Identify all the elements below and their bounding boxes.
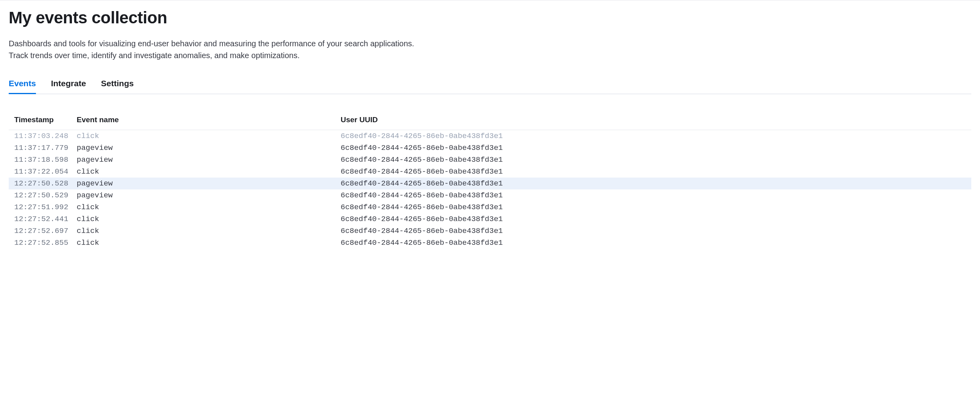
column-header-user-uuid[interactable]: User UUID [341, 115, 971, 124]
column-header-event-name[interactable]: Event name [77, 115, 341, 124]
cell-user-uuid: 6c8edf40-2844-4265-86eb-0abe438fd3e1 [341, 203, 971, 212]
table-row[interactable]: 11:37:17.779pageview6c8edf40-2844-4265-8… [9, 142, 971, 154]
cell-user-uuid: 6c8edf40-2844-4265-86eb-0abe438fd3e1 [341, 132, 971, 140]
cell-event-name: click [77, 215, 341, 223]
table-row[interactable]: 12:27:52.855click6c8edf40-2844-4265-86eb… [9, 237, 971, 249]
cell-user-uuid: 6c8edf40-2844-4265-86eb-0abe438fd3e1 [341, 227, 971, 235]
cell-timestamp: 12:27:52.697 [14, 227, 77, 235]
page-description-line2: Track trends over time, identify and inv… [9, 51, 300, 60]
cell-timestamp: 11:37:03.248 [14, 132, 77, 140]
column-header-timestamp[interactable]: Timestamp [14, 115, 77, 124]
cell-timestamp: 12:27:51.992 [14, 203, 77, 212]
cell-timestamp: 11:37:17.779 [14, 144, 77, 152]
cell-user-uuid: 6c8edf40-2844-4265-86eb-0abe438fd3e1 [341, 155, 971, 164]
cell-user-uuid: 6c8edf40-2844-4265-86eb-0abe438fd3e1 [341, 215, 971, 223]
page-title: My events collection [9, 8, 971, 27]
cell-timestamp: 12:27:52.441 [14, 215, 77, 223]
cell-user-uuid: 6c8edf40-2844-4265-86eb-0abe438fd3e1 [341, 144, 971, 152]
table-body: 11:37:03.248click6c8edf40-2844-4265-86eb… [9, 130, 971, 249]
table-row[interactable]: 11:37:03.248click6c8edf40-2844-4265-86eb… [9, 130, 971, 142]
page-description: Dashboards and tools for visualizing end… [9, 38, 971, 61]
cell-user-uuid: 6c8edf40-2844-4265-86eb-0abe438fd3e1 [341, 167, 971, 176]
cell-timestamp: 11:37:18.598 [14, 155, 77, 164]
tab-events[interactable]: Events [9, 79, 36, 94]
tab-settings[interactable]: Settings [101, 79, 134, 94]
cell-event-name: click [77, 203, 341, 212]
cell-event-name: pageview [77, 179, 341, 188]
cell-event-name: click [77, 227, 341, 235]
table-row[interactable]: 12:27:52.441click6c8edf40-2844-4265-86eb… [9, 213, 971, 225]
table-header: Timestamp Event name User UUID [9, 115, 971, 130]
table-row[interactable]: 11:37:22.054click6c8edf40-2844-4265-86eb… [9, 166, 971, 178]
events-table: Timestamp Event name User UUID 11:37:03.… [9, 115, 971, 249]
cell-user-uuid: 6c8edf40-2844-4265-86eb-0abe438fd3e1 [341, 238, 971, 247]
cell-timestamp: 12:27:50.528 [14, 179, 77, 188]
cell-event-name: pageview [77, 155, 341, 164]
tab-integrate[interactable]: Integrate [51, 79, 86, 94]
cell-event-name: pageview [77, 191, 341, 200]
table-row[interactable]: 11:37:18.598pageview6c8edf40-2844-4265-8… [9, 154, 971, 166]
table-row[interactable]: 12:27:51.992click6c8edf40-2844-4265-86eb… [9, 201, 971, 213]
cell-event-name: click [77, 167, 341, 176]
table-row[interactable]: 12:27:50.529pageview6c8edf40-2844-4265-8… [9, 189, 971, 201]
cell-event-name: click [77, 238, 341, 247]
table-row[interactable]: 12:27:50.528pageview6c8edf40-2844-4265-8… [9, 178, 971, 189]
table-row[interactable]: 12:27:52.697click6c8edf40-2844-4265-86eb… [9, 225, 971, 237]
cell-timestamp: 12:27:50.529 [14, 191, 77, 200]
cell-timestamp: 12:27:52.855 [14, 238, 77, 247]
cell-user-uuid: 6c8edf40-2844-4265-86eb-0abe438fd3e1 [341, 179, 971, 188]
cell-event-name: pageview [77, 144, 341, 152]
tabs: EventsIntegrateSettings [9, 79, 971, 94]
cell-event-name: click [77, 132, 341, 140]
page-description-line1: Dashboards and tools for visualizing end… [9, 39, 414, 48]
cell-user-uuid: 6c8edf40-2844-4265-86eb-0abe438fd3e1 [341, 191, 971, 200]
cell-timestamp: 11:37:22.054 [14, 167, 77, 176]
